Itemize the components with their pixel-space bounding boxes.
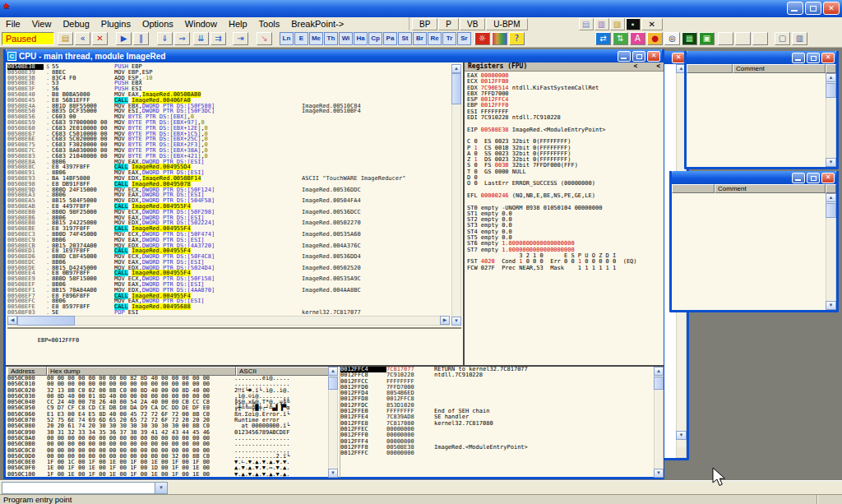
comment-column-header[interactable]: Comment (733, 64, 826, 73)
note-icon[interactable]: ▤ (579, 18, 594, 30)
menu-item-window[interactable]: Window (179, 18, 223, 30)
address-column-header[interactable]: Address (7, 367, 47, 376)
menu-item-tools[interactable]: Tools (253, 18, 286, 30)
mdi-tile-icon[interactable]: ▥ (792, 32, 807, 45)
disasm-row[interactable]: 00508EF7.E8 F896F8FFCALL ImageRed.004955… (7, 294, 451, 299)
close-program-icon[interactable]: ✕ (92, 32, 108, 45)
close-icon[interactable]: ✕ (647, 51, 660, 62)
view-button-ln[interactable]: Ln (280, 32, 294, 45)
folder-icon[interactable]: ▨ (610, 18, 625, 30)
dump-pane[interactable]: 0050C00000 00 00 00 00 00 00 00 82 8D 40… (7, 376, 328, 478)
menu-item-file[interactable]: File (0, 18, 26, 30)
scroll-down-icon[interactable]: ▼ (654, 469, 664, 478)
view-button-tr[interactable]: Tr (442, 32, 456, 45)
go-to-address-icon[interactable]: ↘ (257, 32, 272, 45)
scroll-down-icon[interactable]: ▼ (451, 317, 461, 326)
options-icon[interactable]: ☼ (474, 32, 490, 45)
view-button-cp[interactable]: Cp (368, 32, 382, 45)
minimize-button[interactable] (787, 2, 803, 15)
view-button-me[interactable]: Me (309, 32, 323, 45)
register-line[interactable]: EDI 7C910228 ntdll.7C910228 (467, 115, 661, 121)
cpu-window-titlebar[interactable]: C CPU - main thread, module ImageRed ✕ (6, 49, 662, 62)
view-button-th[interactable]: Th (324, 32, 338, 45)
plugin-button-p[interactable]: P (438, 18, 459, 30)
command-combobox[interactable]: ▼ (2, 482, 168, 494)
dump-vscrollbar[interactable]: ▲ ▼ (328, 367, 338, 478)
back-icon[interactable]: < (656, 62, 660, 70)
restart-icon[interactable]: « (75, 32, 90, 45)
console-icon[interactable]: ▪ (626, 18, 641, 30)
right-window-2-scrollbar[interactable]: ▲ ▼ (826, 193, 836, 310)
right-window-1-scrollbar[interactable]: ▲ ▼ (826, 73, 836, 167)
scroll-down-icon[interactable]: ▼ (676, 431, 687, 440)
stack-vscrollbar[interactable]: ▲ ▼ (654, 367, 664, 478)
scroll-up-icon[interactable]: ▲ (826, 73, 836, 82)
stack-pane[interactable]: 0012FFC47C817077RETURN to kernel32.7C817… (340, 367, 652, 478)
disasm-row[interactable]: 00508E3B.83C4 F0ADD ESP,-10 (7, 76, 451, 81)
help-icon[interactable]: ? (509, 32, 525, 45)
menu-item-help[interactable]: Help (223, 18, 253, 30)
view-button-pa[interactable]: Pa (383, 32, 397, 45)
comment-column-header[interactable]: Comment (715, 184, 826, 193)
menu-item-options[interactable]: Options (136, 18, 179, 30)
plugin-close-button[interactable]: ✕ (641, 18, 663, 30)
scroll-up-icon[interactable]: ▲ (826, 193, 836, 202)
disassembly-hscrollbar[interactable]: ◀ ▶ (7, 316, 450, 326)
resize-grip[interactable] (677, 447, 686, 456)
register-line[interactable]: O 0 LastErr ERROR_SUCCESS (00000000) (467, 181, 661, 187)
disassembly-pane[interactable]: 00508E38$55PUSH EBP00508E39.8BECMOV EBP,… (7, 64, 451, 316)
menu-item-plugins[interactable]: Plugins (95, 18, 136, 30)
disasm-row[interactable]: 00508E83.C683 21040000 00MOV BYTE PTR DS… (7, 154, 451, 160)
chevron-down-icon[interactable]: ▼ (155, 483, 167, 493)
disasm-row[interactable]: 00508EFE.E8 8597F8FFCALL ImageRed.004956… (7, 304, 451, 310)
view-button-st[interactable]: St (398, 32, 412, 45)
dump-row[interactable]: 0050C1001F 00 1E 00 1F 00 1E 00 1F 00 1E… (7, 472, 328, 478)
right-window-1-titlebar[interactable]: ✕ (687, 51, 836, 64)
close-button[interactable]: ✕ (823, 2, 840, 15)
blank-button[interactable] (752, 32, 768, 45)
disasm-row[interactable]: 00508EE9.8B0D 58F15000MOV ECX,DWORD PTR … (7, 276, 451, 282)
scroll-right-icon[interactable]: ▶ (440, 316, 450, 325)
view-button-br[interactable]: Br (413, 32, 427, 45)
column-header[interactable] (687, 64, 733, 73)
scroll-up-icon[interactable]: ▲ (451, 64, 461, 73)
disasm-row[interactable]: 00508ED6.8B0D C8F45000MOV ECX,DWORD PTR … (7, 254, 451, 260)
appearance-icon[interactable] (492, 32, 507, 45)
register-line[interactable]: FCW 027F Prec NEAR,53 Mask 1 1 1 1 1 1 (467, 266, 661, 271)
view-button-e[interactable]: E (294, 32, 308, 45)
blank-button[interactable] (718, 32, 733, 45)
trace-icon[interactable]: ◎ (664, 32, 680, 45)
minimize-icon[interactable] (792, 173, 805, 183)
disasm-row[interactable]: 00508E9D.8B0D 24F15000MOV ECX,DWORD PTR … (7, 187, 451, 193)
registers-lines[interactable]: EAX 00000000ECX 0012FFB0EDX 7C90E514 ntd… (465, 72, 664, 273)
view-button-sr[interactable]: Sr (457, 32, 471, 45)
maximize-icon[interactable] (632, 51, 645, 62)
disasm-row[interactable]: 00508F03.5EPOP ESIkernel32.7C817077 (7, 310, 451, 316)
screen-icon[interactable]: ▣ (699, 32, 715, 45)
breakpoint-icon[interactable]: ● (647, 32, 663, 45)
close-icon[interactable]: ✕ (821, 173, 835, 183)
pause-icon[interactable]: ‖ (133, 32, 149, 45)
view-button-wi[interactable]: Wi (339, 32, 353, 45)
minimize-icon[interactable] (618, 51, 631, 62)
scroll-up-icon[interactable]: ▲ (654, 367, 664, 376)
plugin-button-ubpm[interactable]: U-BPM (486, 18, 527, 30)
ascii-column-header[interactable]: ASCII (236, 367, 338, 376)
back-icon[interactable]: < (634, 62, 638, 70)
disasm-row[interactable]: 00508E38$55PUSH EBP (7, 64, 451, 70)
info-pane[interactable]: EBP=0012FFF0 (7, 327, 461, 363)
hexdump-column-header[interactable]: Hex dump (47, 367, 236, 376)
plugin-button-bp[interactable]: BP (412, 18, 437, 30)
ascii-table-icon[interactable]: A (630, 32, 645, 45)
book-icon[interactable]: ▥ (594, 18, 609, 30)
animate-over-icon[interactable]: ⇉ (210, 32, 226, 45)
register-line[interactable]: EIP 00508E38 ImageRed.<ModuleEntryPoint> (467, 127, 661, 133)
scroll-down-icon[interactable]: ▼ (826, 158, 836, 167)
disasm-row[interactable]: 00508E3E.53PUSH EBX (7, 81, 451, 86)
scroll-down-icon[interactable]: ▼ (826, 301, 836, 310)
disasm-row[interactable]: 00508EB0.8B0D 98F25000MOV ECX,DWORD PTR … (7, 210, 451, 215)
execute-till-return-icon[interactable]: ⇥ (233, 32, 248, 45)
step-into-icon[interactable]: ⇓ (157, 32, 173, 45)
mdi-windows-icon[interactable]: ▢ (775, 32, 790, 45)
step-over-icon[interactable]: ⇒ (174, 32, 190, 45)
